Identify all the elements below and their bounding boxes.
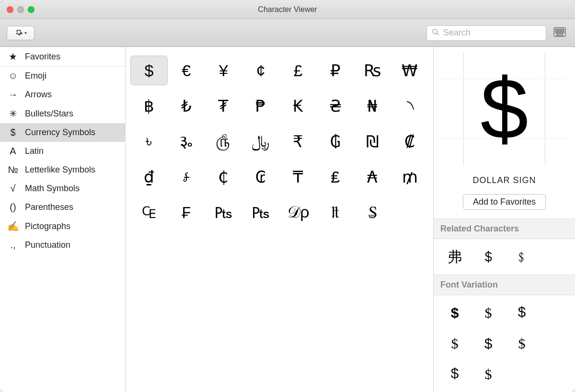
font-variation-cell[interactable]: $ bbox=[442, 363, 467, 385]
font-variation-cell[interactable]: $ bbox=[476, 363, 501, 385]
window: Character Viewer ▾ ★ Favorites bbox=[0, 0, 575, 392]
character-cell[interactable]: ₹ bbox=[279, 127, 317, 156]
character-cell[interactable]: € bbox=[168, 56, 205, 85]
character-cell[interactable]: ₨ bbox=[354, 56, 391, 85]
punctuation-icon: ., bbox=[7, 240, 19, 251]
keyboard-viewer-button[interactable] bbox=[551, 25, 568, 41]
body: ★ Favorites ☺ Emoji → Arrows ✳ Bullets/S… bbox=[0, 47, 575, 392]
search-field[interactable] bbox=[426, 25, 546, 41]
sidebar-item-favorites[interactable]: ★ Favorites bbox=[0, 47, 125, 67]
character-cell[interactable]: ₮ bbox=[205, 91, 242, 121]
character-cell[interactable]: ₪ bbox=[354, 127, 391, 156]
sidebar-item-label: Math Symbols bbox=[25, 184, 80, 194]
svg-line-1 bbox=[437, 33, 438, 35]
character-cell[interactable]: ₠ bbox=[130, 197, 168, 227]
character-cell[interactable]: ৳ bbox=[130, 127, 168, 156]
sidebar-item-label: Bullets/Stars bbox=[25, 109, 73, 119]
search-input[interactable] bbox=[443, 28, 541, 38]
bullet-icon: ✳ bbox=[7, 108, 19, 119]
toolbar: ▾ bbox=[0, 19, 575, 47]
sidebar-item-pictographs[interactable]: ✍ Pictographs bbox=[0, 217, 125, 236]
svg-rect-6 bbox=[563, 29, 564, 31]
search-icon bbox=[432, 28, 439, 38]
sidebar-item-parentheses[interactable]: () Parentheses bbox=[0, 198, 125, 217]
character-cell[interactable]: ₥ bbox=[391, 162, 428, 192]
character-cell[interactable]: $ bbox=[130, 56, 168, 85]
character-cell[interactable]: ฿ bbox=[130, 91, 168, 121]
character-cell[interactable]: ₳ bbox=[354, 162, 391, 192]
add-to-favorites-button[interactable]: Add to Favorites bbox=[463, 194, 546, 210]
minimize-button[interactable] bbox=[17, 6, 24, 13]
currency-icon: $ bbox=[7, 127, 19, 138]
character-cell[interactable]: ₢ bbox=[242, 162, 279, 192]
sidebar-item-math[interactable]: √ Math Symbols bbox=[0, 179, 125, 198]
sidebar-item-latin[interactable]: A Latin bbox=[0, 142, 125, 161]
character-grid: $€¥¢£₽₨₩฿₺₮₱₭₴₦৲৳૱௹﷼₹₲₪₡₫៛₵₢₸₤₳₥₠₣₧₧𝒟ρ₶₷ bbox=[126, 47, 433, 392]
sidebar-item-label: Emoji bbox=[25, 71, 46, 81]
svg-rect-7 bbox=[555, 32, 557, 33]
sidebar-item-label: Punctuation bbox=[25, 240, 70, 250]
character-cell[interactable]: ₭ bbox=[279, 91, 317, 121]
character-cell[interactable]: ¥ bbox=[205, 56, 242, 85]
svg-rect-8 bbox=[558, 32, 559, 33]
sidebar-item-punctuation[interactable]: ., Punctuation bbox=[0, 236, 125, 254]
character-cell[interactable]: ৲ bbox=[391, 91, 428, 121]
character-cell[interactable]: ₶ bbox=[317, 197, 354, 227]
character-cell[interactable]: ₦ bbox=[354, 91, 391, 121]
related-character[interactable]: ﹩ bbox=[509, 246, 534, 268]
character-cell[interactable]: ₫ bbox=[130, 162, 168, 192]
emoji-icon: ☺ bbox=[7, 70, 19, 81]
sidebar-item-arrows[interactable]: → Arrows bbox=[0, 85, 125, 104]
character-cell[interactable]: ₱ bbox=[242, 91, 279, 121]
character-cell[interactable]: ₴ bbox=[317, 91, 354, 121]
font-variation-cell[interactable]: $ bbox=[476, 333, 501, 355]
character-cell[interactable]: ₤ bbox=[317, 162, 354, 192]
sidebar-item-emoji[interactable]: ☺ Emoji bbox=[0, 67, 125, 85]
arrow-icon: → bbox=[7, 89, 19, 100]
sidebar-item-letterlike[interactable]: № Letterlike Symbols bbox=[0, 161, 125, 179]
chevron-down-icon: ▾ bbox=[24, 30, 27, 35]
character-cell[interactable]: ¢ bbox=[242, 56, 279, 85]
font-variation-cell[interactable]: $ bbox=[442, 333, 467, 355]
character-cell[interactable]: ₸ bbox=[279, 162, 317, 192]
character-cell[interactable]: ₷ bbox=[354, 197, 391, 227]
keyboard-icon bbox=[553, 27, 566, 39]
related-character[interactable]: ＄ bbox=[476, 246, 501, 268]
character-cell[interactable]: 𝒟ρ bbox=[279, 197, 317, 227]
character-cell[interactable]: ₩ bbox=[391, 56, 428, 85]
character-cell[interactable]: £ bbox=[279, 56, 317, 85]
character-cell[interactable]: ﷼ bbox=[242, 127, 279, 156]
character-cell[interactable]: ₽ bbox=[317, 56, 354, 85]
character-cell[interactable]: ₲ bbox=[317, 127, 354, 156]
font-variation-cell[interactable]: $ bbox=[509, 302, 534, 324]
character-cell[interactable]: ₧ bbox=[242, 197, 279, 227]
related-characters-grid: 弗＄﹩ bbox=[434, 239, 575, 275]
close-button[interactable] bbox=[7, 6, 13, 13]
font-variation-grid: $$$$$$$$ bbox=[434, 295, 575, 392]
star-icon: ★ bbox=[7, 51, 19, 62]
sidebar-item-label: Currency Symbols bbox=[25, 127, 95, 138]
settings-button[interactable]: ▾ bbox=[7, 26, 34, 40]
character-cell[interactable]: ௹ bbox=[205, 127, 242, 156]
related-character[interactable]: 弗 bbox=[442, 246, 467, 268]
sidebar-item-bullets[interactable]: ✳ Bullets/Stars bbox=[0, 104, 125, 123]
character-cell[interactable]: ₵ bbox=[205, 162, 242, 192]
character-cell[interactable]: ₡ bbox=[391, 127, 428, 156]
character-cell[interactable]: ₺ bbox=[168, 91, 205, 121]
character-cell[interactable]: ៛ bbox=[168, 162, 205, 192]
font-variation-cell[interactable]: $ bbox=[442, 302, 467, 324]
sidebar-item-currency[interactable]: $ Currency Symbols bbox=[0, 123, 125, 142]
font-variation-cell[interactable]: $ bbox=[509, 333, 534, 355]
related-characters-header: Related Characters bbox=[434, 219, 575, 239]
preview-glyph: $ bbox=[480, 66, 528, 152]
sidebar-item-label: Pictographs bbox=[25, 221, 70, 231]
font-variation-cell[interactable]: $ bbox=[476, 302, 501, 324]
svg-rect-9 bbox=[560, 32, 562, 33]
character-name: DOLLAR SIGN bbox=[434, 175, 575, 185]
zoom-button[interactable] bbox=[28, 6, 34, 13]
sidebar: ★ Favorites ☺ Emoji → Arrows ✳ Bullets/S… bbox=[0, 47, 126, 392]
character-cell[interactable]: ૱ bbox=[168, 127, 205, 156]
character-cell[interactable]: ₧ bbox=[205, 197, 242, 227]
character-cell[interactable]: ₣ bbox=[168, 197, 205, 227]
gear-icon bbox=[14, 28, 23, 38]
